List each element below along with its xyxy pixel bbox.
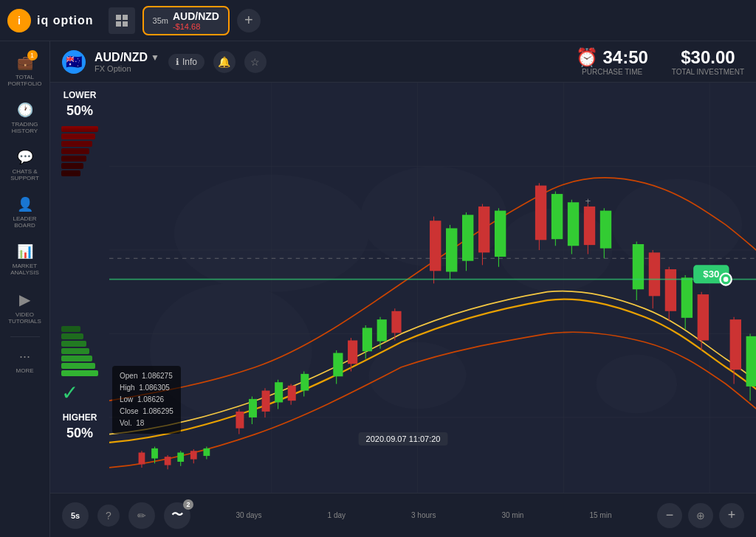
- period-1day[interactable]: 1 day: [328, 511, 346, 519]
- more-icon: ···: [19, 349, 30, 364]
- svg-rect-0: [116, 15, 121, 20]
- sidebar-item-history[interactable]: 🕐 TRADINGHISTORY: [3, 96, 47, 140]
- svg-rect-76: [633, 244, 644, 289]
- svg-point-11: [596, 355, 677, 413]
- bell-icon: 🔔: [218, 56, 230, 68]
- pair-name-text: AUD/NZD: [94, 51, 148, 64]
- price-chart: + $30: [109, 83, 756, 493]
- sidebar-item-leaderboard[interactable]: 👤 LEADERBOARD: [3, 190, 47, 235]
- star-icon: ☆: [250, 56, 260, 68]
- sidebar-divider: [10, 336, 40, 337]
- lower-percentage: 50%: [66, 103, 93, 119]
- drawing-tool-button[interactable]: ✏: [128, 502, 155, 529]
- tutorials-icon: ▶: [19, 291, 30, 308]
- investment-value: $30.00: [681, 47, 735, 68]
- pair-name-header: AUD/NZD ▼: [94, 51, 159, 64]
- svg-rect-52: [377, 319, 387, 342]
- chart-area[interactable]: LOWER 50%: [50, 83, 756, 493]
- svg-rect-80: [665, 269, 676, 311]
- svg-rect-72: [584, 207, 595, 245]
- lower-section: LOWER 50%: [61, 83, 98, 176]
- signal-icon: 〜: [171, 507, 183, 523]
- higher-label: HIGHER: [63, 412, 97, 423]
- topbar: i iq option 35m AUD/NZD -$14.68 +: [0, 0, 756, 41]
- period-30min[interactable]: 30 min: [501, 511, 523, 519]
- svg-rect-28: [177, 453, 184, 462]
- svg-rect-78: [649, 252, 660, 296]
- open-value: 1.086275: [142, 372, 173, 380]
- pair-flag: 🇦🇺: [62, 50, 86, 74]
- bell-button[interactable]: 🔔: [213, 51, 236, 73]
- higher-percentage: 50%: [66, 426, 93, 441]
- svg-rect-2: [116, 21, 121, 27]
- zoom-in-button[interactable]: +: [719, 503, 744, 528]
- svg-rect-82: [681, 277, 693, 317]
- higher-bars: ✓: [61, 326, 98, 405]
- pair-dropdown-icon[interactable]: ▼: [151, 52, 159, 63]
- sidebar-item-portfolio[interactable]: 💼 1 TOTALPORTFOLIO: [3, 49, 47, 93]
- period-15min[interactable]: 15 min: [589, 511, 611, 519]
- svg-text:+: +: [585, 195, 591, 206]
- clock-icon: ⏰: [576, 47, 598, 68]
- sidebar-label-more: MORE: [16, 367, 34, 374]
- pair-type: FX Option: [94, 64, 159, 73]
- grid-view-button[interactable]: [109, 7, 135, 34]
- svg-rect-36: [249, 399, 257, 418]
- bottom-controls: 5s ? ✏ 〜 2 30 days 1 day 3 hours 30 min …: [50, 493, 756, 537]
- sidebar: 💼 1 TOTALPORTFOLIO 🕐 TRADINGHISTORY 💬 CH…: [0, 41, 50, 537]
- zoom-controls: − ⊕ +: [657, 503, 744, 528]
- content-area: 🇦🇺 AUD/NZD ▼ FX Option ℹ Info 🔔 ☆: [50, 41, 756, 537]
- active-instrument-tab[interactable]: 35m AUD/NZD -$14.68: [142, 6, 230, 35]
- ohlcv-tooltip: Open 1.086275 High 1.086305 Low 1.08626 …: [112, 366, 181, 434]
- main-layout: 💼 1 TOTALPORTFOLIO 🕐 TRADINGHISTORY 💬 CH…: [0, 41, 756, 537]
- logo-icon: i: [7, 9, 31, 32]
- add-tab-button[interactable]: +: [237, 9, 261, 32]
- open-label: Open: [120, 372, 137, 380]
- info-label: Info: [182, 57, 197, 67]
- svg-point-8: [612, 179, 742, 271]
- crosshair-button[interactable]: ⊕: [688, 503, 713, 528]
- svg-rect-70: [568, 202, 579, 246]
- higher-section: ✓ HIGHER 50%: [50, 326, 109, 448]
- svg-rect-64: [495, 211, 506, 257]
- info-button[interactable]: ℹ Info: [168, 54, 205, 70]
- timer-label: PURCHASE TIME: [582, 68, 642, 76]
- leaderboard-icon: 👤: [17, 196, 33, 212]
- sidebar-item-chats[interactable]: 💬 CHATS &SUPPORT: [3, 143, 47, 187]
- svg-rect-24: [151, 448, 158, 459]
- timeframe-button[interactable]: 5s: [62, 502, 89, 529]
- zoom-out-button[interactable]: −: [657, 503, 682, 528]
- svg-rect-26: [165, 457, 171, 465]
- sidebar-item-analysis[interactable]: 📊 MARKETANALYSIS: [3, 238, 47, 282]
- timer-section: ⏰ 34:50 PURCHASE TIME: [576, 47, 647, 76]
- period-30days[interactable]: 30 days: [236, 511, 262, 519]
- svg-rect-84: [698, 294, 709, 340]
- svg-rect-40: [275, 382, 283, 402]
- left-panel: LOWER 50%: [50, 83, 109, 448]
- signal-button[interactable]: 〜 2: [164, 502, 190, 529]
- time-period-labels: 30 days 1 day 3 hours 30 min 15 min: [199, 511, 648, 519]
- pair-change-tab: -$14.68: [173, 22, 219, 31]
- svg-rect-68: [551, 194, 563, 239]
- pencil-icon: ✏: [137, 510, 146, 522]
- svg-rect-50: [362, 328, 372, 351]
- svg-text:$30: $30: [703, 268, 719, 280]
- svg-rect-62: [478, 207, 489, 252]
- svg-rect-66: [535, 186, 546, 240]
- svg-rect-54: [391, 311, 401, 333]
- svg-rect-74: [600, 211, 611, 249]
- sidebar-label-tutorials: VIDEOTUTORIALS: [8, 311, 41, 325]
- sidebar-label-history: TRADINGHISTORY: [12, 121, 38, 134]
- sidebar-item-more[interactable]: ··· MORE: [3, 343, 47, 380]
- chats-icon: 💬: [17, 149, 33, 165]
- low-label: Low: [120, 395, 133, 403]
- sidebar-item-tutorials[interactable]: ▶ VIDEOTUTORIALS: [3, 285, 47, 330]
- pair-info: AUD/NZD ▼ FX Option: [94, 51, 159, 73]
- vol-label: Vol.: [120, 419, 132, 427]
- sidebar-label-leaderboard: LEADERBOARD: [13, 215, 36, 229]
- star-button[interactable]: ☆: [244, 51, 267, 73]
- period-3hours[interactable]: 3 hours: [411, 511, 436, 519]
- svg-rect-1: [123, 15, 128, 20]
- history-icon: 🕐: [17, 102, 33, 118]
- help-button[interactable]: ?: [97, 505, 120, 527]
